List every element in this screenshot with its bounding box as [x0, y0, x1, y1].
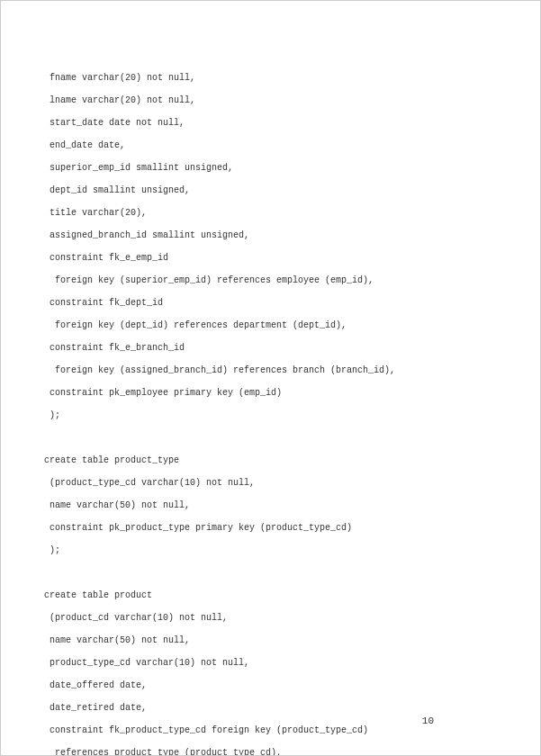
page-number: 10: [422, 716, 434, 726]
code-line: constraint fk_e_emp_id: [44, 247, 497, 269]
code-line: create table product_type: [44, 449, 497, 472]
code-line: [44, 427, 497, 449]
code-line: title varchar(20),: [44, 202, 497, 224]
code-line: end_date date,: [44, 134, 497, 157]
code-line: name varchar(50) not null,: [44, 494, 497, 517]
code-line: constraint pk_employee primary key (emp_…: [44, 382, 497, 404]
code-line: (product_type_cd varchar(10) not null,: [44, 472, 497, 494]
code-block: fname varchar(20) not null,lname varchar…: [44, 44, 497, 756]
code-line: lname varchar(20) not null,: [44, 89, 497, 112]
code-line: product_type_cd varchar(10) not null,: [44, 652, 497, 674]
code-line: constraint fk_e_branch_id: [44, 337, 497, 359]
code-line: assigned_branch_id smallint unsigned,: [44, 224, 497, 247]
code-line: foreign key (superior_emp_id) references…: [44, 269, 497, 292]
code-line: create table product: [44, 584, 497, 607]
code-line: );: [44, 404, 497, 427]
code-line: foreign key (assigned_branch_id) referen…: [44, 359, 497, 382]
code-line: superior_emp_id smallint unsigned,: [44, 157, 497, 179]
code-line: name varchar(50) not null,: [44, 629, 497, 652]
code-line: start_date date not null,: [44, 112, 497, 134]
code-line: dept_id smallint unsigned,: [44, 179, 497, 202]
code-line: );: [44, 539, 497, 562]
code-line: constraint pk_product_type primary key (…: [44, 517, 497, 539]
code-line: fname varchar(20) not null,: [44, 67, 497, 89]
code-line: foreign key (dept_id) references departm…: [44, 314, 497, 337]
code-line: [44, 562, 497, 584]
code-line: constraint fk_dept_id: [44, 292, 497, 314]
code-line: date_offered date,: [44, 674, 497, 697]
code-line: (product_cd varchar(10) not null,: [44, 607, 497, 629]
code-line: references product_type (product_type_cd…: [44, 742, 497, 756]
